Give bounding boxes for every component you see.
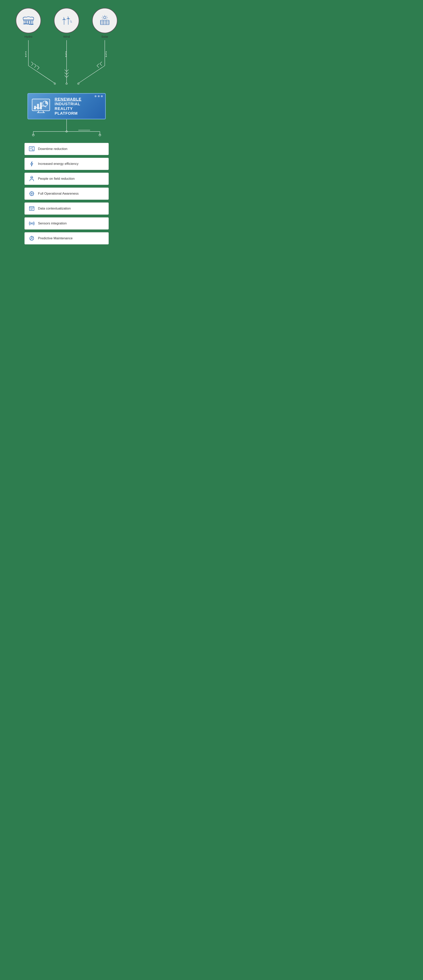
output-item-people: People on field reduction — [24, 173, 109, 185]
wind-icon — [61, 15, 73, 27]
people-label: People on field reduction — [38, 177, 74, 181]
platform-line2: INDUSTRIAL — [55, 102, 81, 106]
connector-svg — [16, 119, 117, 143]
page-container: Hydro — [0, 0, 133, 256]
svg-point-51 — [46, 107, 46, 107]
svg-point-65 — [31, 193, 32, 194]
svg-rect-3 — [29, 21, 30, 24]
output-item-predictive: Predictive Maintenance — [24, 232, 109, 244]
hydro-circle — [16, 8, 41, 33]
sources-row: Hydro — [16, 8, 117, 38]
svg-text:DATA: DATA — [105, 51, 107, 57]
data-ctx-icon — [29, 205, 35, 212]
svg-text:DATA: DATA — [25, 51, 27, 57]
svg-rect-4 — [31, 21, 33, 24]
platform-line3: REALITY — [55, 106, 81, 111]
energy-icon — [29, 161, 35, 167]
source-solar: Solar — [92, 8, 117, 38]
output-item-sensors: Sensors integration — [24, 217, 109, 229]
wind-label: Wind — [63, 35, 70, 38]
svg-point-15 — [104, 16, 106, 19]
svg-point-47 — [34, 108, 35, 109]
lines-section: DATA DATA DATA — [16, 38, 117, 93]
platform-line1: RENEWABLE — [55, 97, 81, 102]
svg-line-40 — [38, 111, 39, 113]
solar-label: Solar — [101, 35, 108, 38]
platform-box: RENEWABLE INDUSTRIAL REALITY PLATFORM — [27, 93, 106, 119]
svg-point-48 — [36, 107, 37, 108]
svg-point-81 — [31, 238, 32, 239]
svg-line-17 — [106, 16, 107, 16]
platform-icon — [31, 98, 51, 115]
svg-line-41 — [43, 111, 44, 113]
svg-point-50 — [42, 105, 43, 106]
win-dot-2 — [98, 95, 100, 97]
downtime-icon — [29, 146, 35, 152]
sensors-label: Sensors integration — [38, 221, 67, 225]
awareness-icon — [29, 191, 35, 197]
output-item-data-ctx: Data contextualization — [24, 202, 109, 215]
win-dot-1 — [95, 95, 97, 97]
solar-icon — [99, 15, 111, 27]
data-ctx-label: Data contextualization — [38, 207, 71, 210]
platform-line4: PLATFORM — [55, 111, 81, 116]
output-item-downtime: Downtime reduction — [24, 143, 109, 155]
svg-rect-45 — [40, 102, 42, 109]
svg-line-12 — [68, 16, 68, 18]
source-hydro: Hydro — [16, 8, 41, 38]
downtime-label: Downtime reduction — [38, 147, 67, 151]
svg-line-22 — [103, 19, 103, 19]
predictive-icon — [29, 235, 35, 242]
svg-point-49 — [39, 108, 40, 108]
svg-line-7 — [63, 17, 64, 19]
predictive-label: Predictive Maintenance — [38, 236, 73, 240]
svg-point-79 — [31, 223, 32, 224]
window-controls — [95, 95, 103, 97]
svg-line-32 — [29, 66, 55, 83]
awareness-label: Full Operational Awareness — [38, 192, 79, 196]
output-item-awareness: Full Operational Awareness — [24, 188, 109, 200]
hydro-icon — [22, 15, 34, 27]
platform-text: RENEWABLE INDUSTRIAL REALITY PLATFORM — [55, 97, 81, 116]
svg-line-20 — [103, 16, 103, 16]
sensors-icon — [29, 220, 35, 227]
people-icon — [29, 176, 35, 182]
svg-line-35 — [78, 66, 105, 83]
source-wind: Wind — [54, 8, 79, 38]
platform-icon-svg — [31, 98, 51, 114]
win-dot-3 — [101, 95, 103, 97]
wind-circle — [54, 8, 79, 33]
energy-label: Increased energy efficiency — [38, 162, 79, 166]
output-item-energy: Increased energy efficiency — [24, 158, 109, 170]
svg-rect-23 — [100, 21, 109, 25]
hydro-label: Hydro — [24, 35, 32, 38]
output-list: Downtime reduction Increased energy effi… — [24, 143, 109, 244]
flow-lines-svg: DATA DATA DATA — [16, 38, 117, 93]
svg-line-19 — [106, 19, 107, 19]
solar-circle — [92, 8, 117, 33]
connector-section — [16, 119, 117, 143]
svg-rect-44 — [37, 104, 39, 109]
